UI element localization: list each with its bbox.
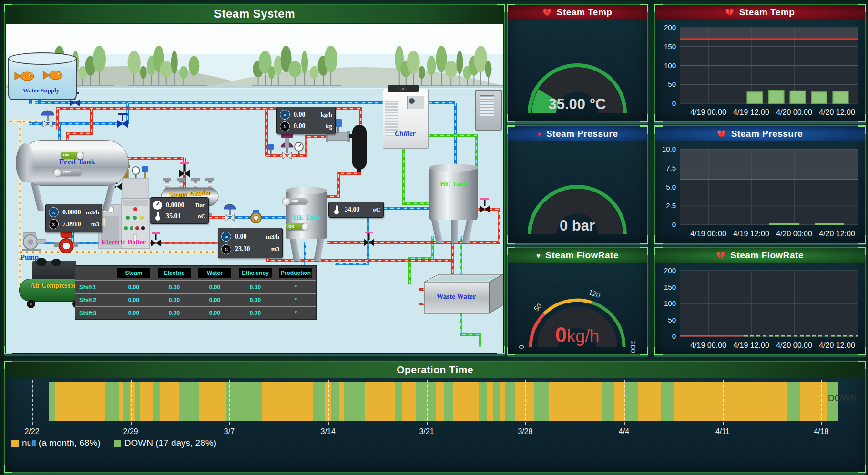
timeline-date-label: 2/29 <box>123 427 138 436</box>
thermometer-icon <box>153 212 162 221</box>
operation-timeline[interactable] <box>49 382 838 421</box>
he-temp-panel: 34.00oC <box>328 202 384 218</box>
svg-text:4/19 12:00: 4/19 12:00 <box>733 108 769 116</box>
corner-bracket <box>507 235 515 244</box>
steam-temp-gauge: 35.00 °C <box>508 22 647 120</box>
svg-text:4/20 00:00: 4/20 00:00 <box>776 108 812 116</box>
timeline-down-segment <box>444 382 453 421</box>
corner-bracket <box>858 361 866 369</box>
svg-text:4/20 12:00: 4/20 12:00 <box>819 230 855 238</box>
timeline-down-segment <box>105 382 119 421</box>
table-cell: 0.00 <box>194 297 235 303</box>
svg-text:4/19 12:00: 4/19 12:00 <box>733 341 769 349</box>
svg-text:35.00 °C: 35.00 °C <box>549 96 606 112</box>
timeline-down-segment <box>493 382 500 421</box>
timeline-date-label: 3/14 <box>321 427 336 436</box>
column-header: Efficiency <box>235 268 276 278</box>
svg-text:10.0: 10.0 <box>662 145 676 153</box>
corner-bracket <box>497 346 505 354</box>
svg-text:0kg/h: 0kg/h <box>555 323 600 346</box>
table-cell: 0.00 <box>113 284 154 291</box>
he-tank-right-label: HE Tank <box>436 180 472 188</box>
steam-flowrate-chart: 0501001502004/19 00:004/19 12:004/20 00:… <box>655 265 865 353</box>
electric-boiler-label: Electric Boiler <box>95 238 153 246</box>
timeline-week-tick <box>427 380 428 425</box>
svg-text:120: 120 <box>588 288 602 299</box>
legend-item-null: null (a month, 68%) <box>11 438 101 448</box>
pump-label: Pump <box>15 253 44 262</box>
column-header: Production <box>276 268 316 278</box>
corner-bracket <box>640 247 648 255</box>
column-header: Electric <box>154 268 194 278</box>
operation-time-panel: Operation Time null (a month, 68%) DOWN … <box>4 361 866 473</box>
timeline-down-segment <box>395 382 403 421</box>
timeline-week-tick <box>131 380 132 425</box>
steam-dashboard: Steam System Water Supply Feed Tank ON O… <box>0 0 868 475</box>
timeline-legend: null (a month, 68%) DOWN (17 days, 28%) <box>11 438 216 448</box>
svg-text:4/20 12:00: 4/20 12:00 <box>819 341 855 349</box>
chiller-control-panel <box>407 96 424 109</box>
feed-tank-off-knob[interactable] <box>53 169 61 177</box>
heart-icon: ♥ <box>536 252 541 260</box>
timeline-down-segment <box>602 382 614 421</box>
table-row: Shift10.000.000.000.00* <box>75 280 316 293</box>
corner-bracket <box>858 347 866 355</box>
svg-text:0: 0 <box>672 332 676 340</box>
page-title: Steam System <box>214 7 295 20</box>
svg-text:4/19 00:00: 4/19 00:00 <box>690 341 726 349</box>
table-row: Shift30.000.000.000.00* <box>75 306 316 319</box>
column-header: Water <box>194 268 235 278</box>
timeline-week-tick <box>624 380 625 425</box>
feed-tank-on-knob[interactable] <box>76 152 84 160</box>
table-cell: 0.00 <box>235 310 276 316</box>
corner-bracket <box>4 346 12 354</box>
he-tank-center-label: HE Tank <box>290 213 324 222</box>
svg-text:4/19 00:00: 4/19 00:00 <box>690 108 726 116</box>
corner-bracket <box>858 247 866 255</box>
broken-heart-icon: 💔 <box>716 251 725 260</box>
timeline-down-segment <box>179 382 198 421</box>
table-cell: 0.00 <box>194 310 235 316</box>
svg-text:150: 150 <box>664 283 676 291</box>
timeline-down-segment <box>153 382 160 421</box>
corner-bracket <box>640 235 648 244</box>
corner-bracket <box>507 114 515 122</box>
svg-text:50: 50 <box>532 302 543 313</box>
cabinet-display <box>480 95 494 116</box>
table-cell: 0.00 <box>194 284 235 291</box>
wave-icon: ≈ <box>280 110 290 120</box>
corner-bracket <box>858 114 866 122</box>
scene-white-strip <box>6 24 503 46</box>
shift-label: Shift1 <box>75 283 113 291</box>
he-tank-off-knob[interactable] <box>282 198 290 206</box>
svg-text:4/19 00:00: 4/19 00:00 <box>690 230 726 238</box>
svg-text:0: 0 <box>672 221 676 229</box>
svg-text:4/20 00:00: 4/20 00:00 <box>776 230 812 238</box>
corner-bracket <box>858 465 866 473</box>
table-row: Shift20.000.000.000.00* <box>75 293 316 306</box>
corner-bracket <box>640 114 648 122</box>
steam-flow-panel: ≈0.00kg/h Σ0.00kg <box>276 107 336 134</box>
chart-panel-steam-pressure: 💔Steam Pressure 02.55.07.510.04/19 00:00… <box>654 125 866 244</box>
column-header: Steam <box>113 268 154 278</box>
legend-swatch-down <box>114 440 121 447</box>
corner-bracket <box>4 465 12 473</box>
timeline-down-segment <box>344 382 365 421</box>
table-header-row: SteamElectricWaterEfficiencyProduction <box>75 266 316 280</box>
svg-text:0: 0 <box>517 345 525 349</box>
svg-text:4/19 12:00: 4/19 12:00 <box>733 230 769 238</box>
corner-bracket <box>640 4 648 12</box>
corner-bracket <box>497 4 505 12</box>
svg-text:5.0: 5.0 <box>666 183 676 191</box>
svg-text:2.5: 2.5 <box>666 202 676 210</box>
timeline-down-annotation: DOWN <box>828 393 857 404</box>
steam-system-title-bar: Steam System <box>5 5 504 23</box>
chart-panel-steam-flowrate: 💔Steam FlowRate 0501001502004/19 00:004/… <box>654 247 866 355</box>
corner-bracket <box>640 347 648 355</box>
gauge-title: Steam Pressure <box>546 129 618 139</box>
svg-text:7.5: 7.5 <box>666 164 676 172</box>
svg-text:4/20 00:00: 4/20 00:00 <box>776 341 812 349</box>
he-tank-on-knob[interactable] <box>301 223 309 231</box>
waste-water-label: Waste Water <box>430 293 482 301</box>
corner-bracket <box>507 4 515 12</box>
